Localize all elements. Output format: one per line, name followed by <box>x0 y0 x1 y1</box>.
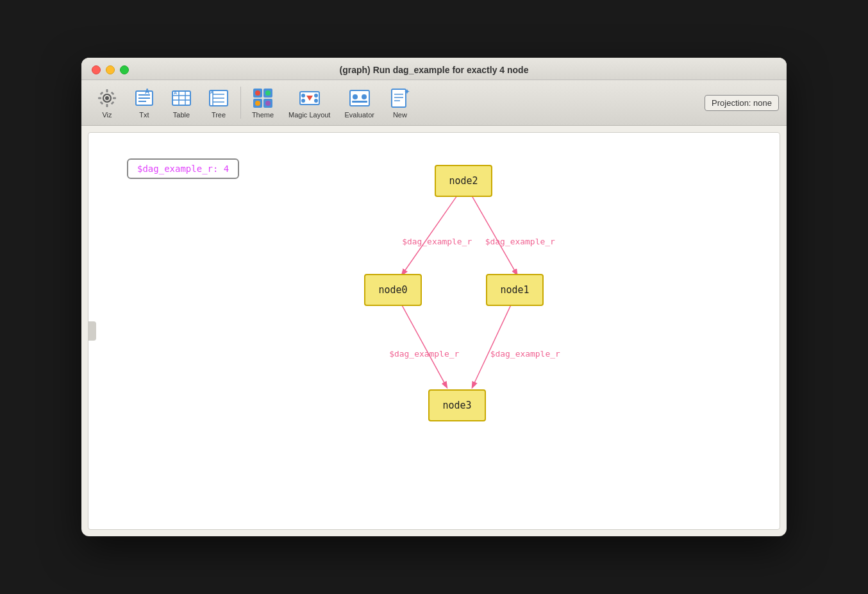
node-node0[interactable]: node0 <box>364 274 422 306</box>
table-icon: A <box>170 87 193 110</box>
evaluator-button[interactable]: Evaluator <box>338 84 380 121</box>
tree-icon: A <box>207 87 230 110</box>
txt-icon: A <box>133 87 156 110</box>
svg-text:$dag_example_r: $dag_example_r <box>490 349 560 359</box>
new-label: New <box>393 111 407 119</box>
theme-button[interactable]: Theme <box>245 84 281 121</box>
evaluator-icon <box>348 87 371 110</box>
node-node2[interactable]: node2 <box>435 165 492 197</box>
svg-point-38 <box>301 99 305 103</box>
svg-rect-8 <box>100 101 104 105</box>
svg-rect-7 <box>111 92 115 96</box>
svg-point-43 <box>362 94 367 99</box>
svg-point-31 <box>255 90 260 96</box>
txt-button[interactable]: A Txt <box>126 84 162 121</box>
svg-rect-41 <box>350 90 369 106</box>
svg-line-56 <box>472 305 511 387</box>
node2-label: node2 <box>449 175 478 187</box>
node-node1[interactable]: node1 <box>486 274 544 306</box>
svg-point-42 <box>353 94 358 99</box>
separator-1 <box>240 87 241 119</box>
svg-text:$dag_example_r: $dag_example_r <box>485 237 555 246</box>
window-title: (graph) Run dag_example for exactly 4 no… <box>340 65 529 75</box>
svg-text:✦: ✦ <box>404 87 410 96</box>
svg-text:$dag_example_r: $dag_example_r <box>389 349 459 359</box>
svg-rect-44 <box>352 101 367 103</box>
new-button[interactable]: ✦ New <box>382 84 418 121</box>
theme-icon <box>251 87 274 110</box>
minimize-button[interactable] <box>106 65 115 74</box>
svg-point-39 <box>314 94 318 98</box>
close-button[interactable] <box>92 65 101 74</box>
svg-point-1 <box>105 96 109 100</box>
svg-point-33 <box>255 101 260 106</box>
traffic-lights <box>92 65 129 74</box>
magic-layout-label: Magic Layout <box>288 111 330 119</box>
svg-text:A: A <box>145 88 149 95</box>
magic-layout-button[interactable]: Magic Layout <box>282 84 337 121</box>
node3-label: node3 <box>442 400 471 411</box>
svg-text:A: A <box>210 90 213 94</box>
projection-badge: Projection: none <box>705 95 779 111</box>
svg-text:$dag_example_r: $dag_example_r <box>402 237 472 246</box>
svg-line-54 <box>402 305 447 387</box>
svg-point-40 <box>314 99 318 103</box>
maximize-button[interactable] <box>120 65 129 74</box>
magic-layout-icon <box>298 87 321 110</box>
svg-rect-4 <box>98 98 101 99</box>
table-label: Table <box>173 111 190 119</box>
svg-rect-2 <box>106 89 108 92</box>
svg-rect-6 <box>100 92 104 96</box>
svg-line-50 <box>402 197 456 275</box>
svg-rect-9 <box>111 101 115 105</box>
table-button[interactable]: A Table <box>163 84 199 121</box>
svg-text:A: A <box>174 90 177 95</box>
tree-button[interactable]: A Tree <box>201 84 237 121</box>
svg-line-52 <box>472 197 517 275</box>
svg-point-32 <box>265 90 271 96</box>
new-icon: ✦ <box>388 87 412 110</box>
viz-label: Viz <box>102 111 112 119</box>
evaluator-label: Evaluator <box>344 111 374 119</box>
viz-icon <box>96 87 119 110</box>
titlebar: (graph) Run dag_example for exactly 4 no… <box>81 58 787 80</box>
node1-label: node1 <box>500 284 529 296</box>
svg-point-37 <box>301 94 305 98</box>
graph-svg: $dag_example_r $dag_example_r $dag_examp… <box>88 133 780 529</box>
theme-label: Theme <box>252 111 274 119</box>
svg-rect-3 <box>106 104 108 107</box>
toolbar: Viz A Txt <box>81 80 787 126</box>
svg-rect-5 <box>113 98 116 99</box>
tree-label: Tree <box>212 111 226 119</box>
main-window: (graph) Run dag_example for exactly 4 no… <box>81 58 787 536</box>
txt-label: Txt <box>139 111 149 119</box>
graph-canvas[interactable]: $dag_example_r: 4 $dag_example_r $dag_ex… <box>88 132 780 530</box>
node0-label: node0 <box>378 284 407 296</box>
svg-point-34 <box>265 101 271 106</box>
viz-button[interactable]: Viz <box>89 84 125 121</box>
node-node3[interactable]: node3 <box>428 389 486 421</box>
